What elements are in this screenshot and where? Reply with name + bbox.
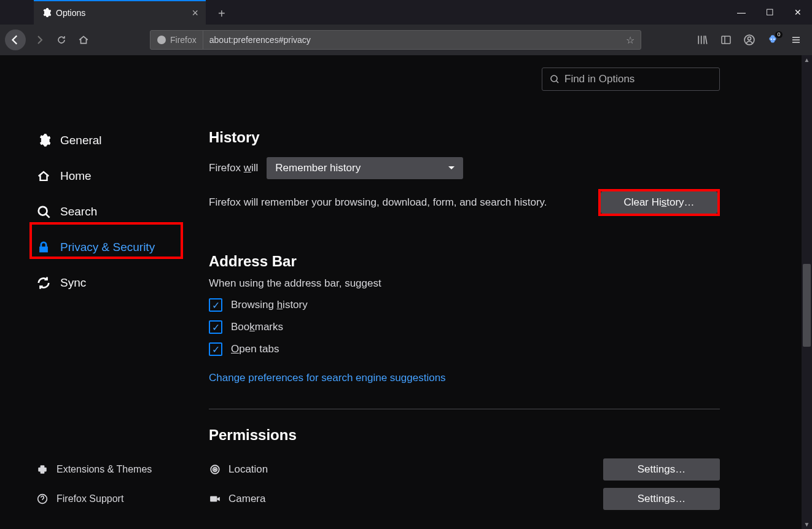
checkbox-label: Bookmarks [231, 321, 283, 333]
search-placeholder: Find in Options [564, 73, 634, 85]
find-in-options[interactable]: Find in Options [542, 68, 720, 91]
sidebar-item-label: Extensions & Themes [57, 464, 152, 475]
checkbox-label: Open tabs [231, 343, 279, 355]
bookmark-star-icon[interactable]: ☆ [620, 34, 641, 46]
permission-row-camera: Camera Settings… [209, 484, 720, 514]
search-icon [550, 74, 560, 84]
svg-point-4 [771, 39, 772, 40]
close-tab-icon[interactable]: × [192, 7, 198, 20]
library-icon[interactable] [692, 29, 714, 51]
reload-button[interactable] [50, 29, 72, 51]
sidebar-item-label: Search [60, 205, 97, 218]
sidebar-item-label: Home [60, 169, 92, 183]
checkbox-browsing-history[interactable]: ✓ Browsing history [209, 298, 720, 312]
camera-icon [209, 493, 221, 505]
identity-box[interactable]: Firefox [150, 31, 203, 49]
svg-rect-12 [210, 496, 217, 502]
checkbox-label: Browsing history [231, 299, 308, 311]
sidebar-item-privacy[interactable]: Privacy & Security [0, 230, 184, 265]
scroll-down-arrow[interactable]: ▼ [802, 521, 812, 528]
checkbox-open-tabs[interactable]: ✓ Open tabs [209, 342, 720, 356]
checkbox-icon: ✓ [209, 320, 222, 334]
svg-rect-1 [722, 36, 730, 44]
highlight-clear-history: Clear History… [598, 189, 720, 216]
gear-icon [41, 8, 51, 18]
sidebar-item-label: Firefox Support [57, 493, 123, 504]
back-button[interactable] [5, 29, 26, 50]
forward-button[interactable] [28, 29, 50, 51]
location-icon [209, 463, 221, 476]
location-settings-button[interactable]: Settings… [603, 458, 720, 481]
extension-icon[interactable]: 0 [762, 29, 784, 51]
sidebar-item-label: Sync [60, 276, 86, 290]
sidebar-item-support[interactable]: Firefox Support [0, 484, 184, 514]
svg-point-5 [773, 39, 775, 40]
gear-icon [37, 134, 50, 147]
history-section: History Firefox will Remember history Fi… [209, 129, 720, 216]
sidebar-item-general[interactable]: General [0, 123, 184, 158]
window-controls: — ☐ ✕ [727, 0, 812, 25]
lock-icon [37, 241, 50, 254]
puzzle-icon [37, 464, 48, 475]
svg-point-11 [214, 469, 216, 470]
permission-label: Camera [228, 493, 265, 505]
close-window-button[interactable]: ✕ [784, 0, 812, 25]
sidebar-item-home[interactable]: Home [0, 158, 184, 194]
svg-point-3 [748, 37, 751, 40]
search-icon [37, 205, 50, 218]
maximize-button[interactable]: ☐ [755, 0, 784, 25]
clear-history-button[interactable]: Clear History… [601, 191, 717, 214]
sidebar-item-search[interactable]: Search [0, 194, 184, 230]
history-heading: History [209, 129, 720, 146]
main-panel: Find in Options History Firefox will Rem… [184, 55, 812, 529]
addressbar-sub: When using the address bar, suggest [209, 277, 720, 290]
help-icon [37, 493, 48, 504]
sidebar-item-extensions[interactable]: Extensions & Themes [0, 455, 184, 484]
url-text: about:preferences#privacy [203, 35, 620, 45]
content-area: General Home Search Privacy & Security S… [0, 55, 812, 529]
permission-label: Location [228, 463, 268, 476]
section-separator [209, 409, 720, 409]
extension-badge: 0 [775, 31, 783, 38]
address-bar[interactable]: Firefox about:preferences#privacy ☆ [150, 30, 641, 50]
home-icon [37, 169, 50, 183]
navigation-toolbar: Firefox about:preferences#privacy ☆ 0 [0, 25, 812, 55]
tab-title: Options [56, 8, 85, 18]
permission-row-location: Location Settings… [209, 455, 720, 484]
camera-settings-button[interactable]: Settings… [603, 488, 720, 510]
svg-point-6 [39, 207, 47, 215]
svg-point-0 [157, 36, 166, 44]
identity-label: Firefox [170, 35, 197, 45]
new-tab-button[interactable]: + [214, 3, 229, 25]
svg-point-8 [551, 75, 557, 82]
sidebar-item-label: Privacy & Security [60, 241, 155, 254]
minimize-button[interactable]: — [727, 0, 755, 25]
sync-icon [37, 276, 50, 290]
addressbar-section: Address Bar When using the address bar, … [209, 253, 720, 384]
scroll-up-arrow[interactable]: ▲ [802, 56, 812, 63]
account-icon[interactable] [738, 29, 760, 51]
checkbox-bookmarks[interactable]: ✓ Bookmarks [209, 320, 720, 334]
history-mode-value: Remember history [275, 162, 361, 174]
sidebar-item-sync[interactable]: Sync [0, 265, 184, 301]
vertical-scrollbar[interactable]: ▲ ▼ [802, 55, 812, 529]
history-description: Firefox will remember your browsing, dow… [209, 196, 547, 209]
home-button[interactable] [72, 29, 95, 51]
tab-strip: Options × + [0, 0, 812, 25]
tab-options[interactable]: Options × [34, 0, 206, 25]
permissions-heading: Permissions [209, 427, 720, 444]
checkbox-icon: ✓ [209, 342, 222, 356]
addressbar-heading: Address Bar [209, 253, 720, 270]
preferences-sidebar: General Home Search Privacy & Security S… [0, 55, 184, 529]
search-suggestions-link[interactable]: Change preferences for search engine sug… [209, 372, 446, 384]
checkbox-icon: ✓ [209, 298, 222, 312]
firefox-will-label: Firefox will [209, 162, 258, 174]
sidebar-item-label: General [60, 134, 102, 147]
scroll-thumb[interactable] [803, 264, 811, 347]
menu-button[interactable] [785, 29, 807, 51]
history-mode-select[interactable]: Remember history [267, 157, 463, 179]
sidebar-icon[interactable] [715, 29, 737, 51]
